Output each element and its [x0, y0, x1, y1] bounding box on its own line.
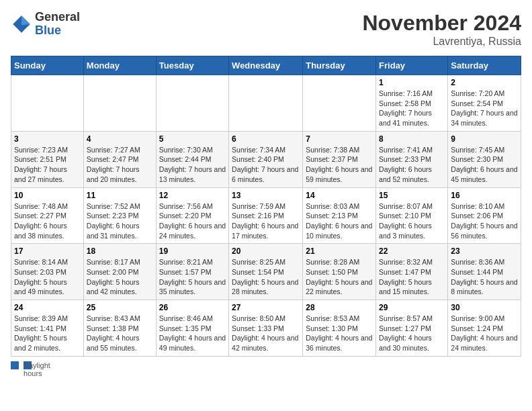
calendar-cell: 4Sunrise: 7:27 AMSunset: 2:47 PMDaylight… — [83, 131, 156, 187]
calendar-cell: 24Sunrise: 8:39 AMSunset: 1:41 PMDayligh… — [11, 300, 84, 357]
calendar-cell: 21Sunrise: 8:28 AMSunset: 1:50 PMDayligh… — [303, 244, 376, 300]
day-number: 9 — [451, 134, 518, 144]
calendar-week-1: 1Sunrise: 7:16 AMSunset: 2:58 PMDaylight… — [11, 75, 521, 132]
day-info: Sunrise: 8:25 AMSunset: 1:54 PMDaylight:… — [232, 257, 300, 297]
logo-general: General — [35, 11, 80, 24]
day-info: Sunrise: 7:45 AMSunset: 2:30 PMDaylight:… — [451, 145, 518, 185]
day-info: Sunrise: 7:34 AMSunset: 2:40 PMDaylight:… — [232, 145, 300, 185]
calendar-cell: 26Sunrise: 8:46 AMSunset: 1:35 PMDayligh… — [156, 300, 228, 357]
day-info: Sunrise: 7:16 AMSunset: 2:58 PMDaylight:… — [379, 89, 445, 128]
calendar-cell: 8Sunrise: 7:41 AMSunset: 2:33 PMDaylight… — [376, 131, 448, 187]
day-info: Sunrise: 8:39 AMSunset: 1:41 PMDaylight:… — [14, 314, 81, 353]
day-number: 4 — [87, 134, 153, 144]
day-number: 7 — [306, 134, 373, 144]
day-number: 19 — [159, 246, 226, 256]
day-number: 25 — [87, 303, 153, 312]
day-info: Sunrise: 8:53 AMSunset: 1:30 PMDaylight:… — [306, 314, 373, 353]
calendar-cell: 15Sunrise: 8:07 AMSunset: 2:10 PMDayligh… — [376, 187, 448, 244]
calendar-cell: 23Sunrise: 8:36 AMSunset: 1:44 PMDayligh… — [448, 244, 521, 300]
calendar-cell — [229, 75, 303, 132]
day-number: 2 — [451, 78, 518, 87]
day-info: Sunrise: 7:59 AMSunset: 2:16 PMDaylight:… — [232, 201, 300, 241]
day-number: 5 — [159, 134, 226, 144]
calendar-header-row: SundayMondayTuesdayWednesdayThursdayFrid… — [11, 56, 521, 75]
day-info: Sunrise: 7:56 AMSunset: 2:20 PMDaylight:… — [159, 201, 226, 241]
header-day-friday: Friday — [376, 56, 448, 75]
day-info: Sunrise: 8:36 AMSunset: 1:44 PMDaylight:… — [451, 257, 518, 297]
calendar-cell: 6Sunrise: 7:34 AMSunset: 2:40 PMDaylight… — [229, 131, 303, 187]
calendar-cell: 3Sunrise: 7:23 AMSunset: 2:51 PMDaylight… — [11, 131, 84, 187]
day-number: 18 — [87, 246, 153, 256]
day-number: 3 — [14, 134, 81, 144]
calendar-cell: 1Sunrise: 7:16 AMSunset: 2:58 PMDaylight… — [376, 75, 448, 132]
calendar-cell: 20Sunrise: 8:25 AMSunset: 1:54 PMDayligh… — [229, 244, 303, 300]
logo-blue: Blue — [35, 24, 80, 38]
calendar-cell: 14Sunrise: 8:03 AMSunset: 2:13 PMDayligh… — [303, 187, 376, 244]
calendar-cell — [303, 75, 376, 132]
calendar-cell: 11Sunrise: 7:52 AMSunset: 2:23 PMDayligh… — [83, 187, 156, 244]
calendar-week-5: 24Sunrise: 8:39 AMSunset: 1:41 PMDayligh… — [11, 300, 521, 357]
calendar-cell: 2Sunrise: 7:20 AMSunset: 2:54 PMDaylight… — [448, 75, 521, 132]
logo: General Blue — [11, 11, 80, 38]
calendar-cell: 9Sunrise: 7:45 AMSunset: 2:30 PMDaylight… — [448, 131, 521, 187]
day-info: Sunrise: 7:52 AMSunset: 2:23 PMDaylight:… — [87, 201, 153, 241]
day-number: 23 — [451, 246, 518, 256]
calendar-cell: 28Sunrise: 8:53 AMSunset: 1:30 PMDayligh… — [303, 300, 376, 357]
day-info: Sunrise: 8:57 AMSunset: 1:27 PMDaylight:… — [379, 314, 445, 353]
day-info: Sunrise: 8:46 AMSunset: 1:35 PMDaylight:… — [159, 314, 226, 353]
calendar-cell: 17Sunrise: 8:14 AMSunset: 2:03 PMDayligh… — [11, 244, 84, 300]
header-day-tuesday: Tuesday — [156, 56, 228, 75]
calendar-cell: 13Sunrise: 7:59 AMSunset: 2:16 PMDayligh… — [229, 187, 303, 244]
calendar-cell: 5Sunrise: 7:30 AMSunset: 2:44 PMDaylight… — [156, 131, 228, 187]
calendar-week-4: 17Sunrise: 8:14 AMSunset: 2:03 PMDayligh… — [11, 244, 521, 300]
daylight-swatch — [11, 361, 19, 369]
day-number: 29 — [379, 303, 445, 312]
location-title: Lavrentiya, Russia — [362, 36, 521, 48]
calendar-week-3: 10Sunrise: 7:48 AMSunset: 2:27 PMDayligh… — [11, 187, 521, 244]
day-info: Sunrise: 7:23 AMSunset: 2:51 PMDaylight:… — [14, 145, 81, 185]
calendar-cell: 25Sunrise: 8:43 AMSunset: 1:38 PMDayligh… — [83, 300, 156, 357]
header-day-saturday: Saturday — [448, 56, 521, 75]
day-info: Sunrise: 8:28 AMSunset: 1:50 PMDaylight:… — [306, 257, 373, 297]
day-number: 26 — [159, 303, 226, 312]
day-number: 30 — [451, 303, 518, 312]
day-info: Sunrise: 8:21 AMSunset: 1:57 PMDaylight:… — [159, 257, 226, 297]
day-info: Sunrise: 7:48 AMSunset: 2:27 PMDaylight:… — [14, 201, 81, 241]
day-number: 21 — [306, 246, 373, 256]
calendar-cell: 30Sunrise: 9:00 AMSunset: 1:24 PMDayligh… — [448, 300, 521, 357]
day-info: Sunrise: 7:30 AMSunset: 2:44 PMDaylight:… — [159, 145, 226, 185]
day-number: 12 — [159, 191, 226, 200]
calendar-cell: 22Sunrise: 8:32 AMSunset: 1:47 PMDayligh… — [376, 244, 448, 300]
day-number: 13 — [232, 191, 300, 200]
calendar-cell — [11, 75, 84, 132]
day-number: 1 — [379, 78, 445, 87]
footer-label: Daylight hours — [24, 361, 32, 369]
day-number: 6 — [232, 134, 300, 144]
day-info: Sunrise: 8:50 AMSunset: 1:33 PMDaylight:… — [232, 314, 300, 353]
calendar-cell: 7Sunrise: 7:38 AMSunset: 2:37 PMDaylight… — [303, 131, 376, 187]
day-number: 24 — [14, 303, 81, 312]
day-number: 28 — [306, 303, 373, 312]
calendar-cell — [156, 75, 228, 132]
calendar-cell — [83, 75, 156, 132]
title-area: November 2024 Lavrentiya, Russia — [362, 11, 521, 48]
header-day-thursday: Thursday — [303, 56, 376, 75]
day-info: Sunrise: 8:43 AMSunset: 1:38 PMDaylight:… — [87, 314, 153, 353]
day-number: 14 — [306, 191, 373, 200]
footer-note: Daylight hours — [11, 361, 521, 369]
calendar-cell: 10Sunrise: 7:48 AMSunset: 2:27 PMDayligh… — [11, 187, 84, 244]
header-day-monday: Monday — [83, 56, 156, 75]
day-number: 11 — [87, 191, 153, 200]
calendar-week-2: 3Sunrise: 7:23 AMSunset: 2:51 PMDaylight… — [11, 131, 521, 187]
logo-icon — [11, 13, 32, 35]
day-number: 8 — [379, 134, 445, 144]
day-number: 10 — [14, 191, 81, 200]
day-info: Sunrise: 8:10 AMSunset: 2:06 PMDaylight:… — [451, 201, 518, 241]
calendar-cell: 12Sunrise: 7:56 AMSunset: 2:20 PMDayligh… — [156, 187, 228, 244]
day-number: 17 — [14, 246, 81, 256]
calendar-cell: 27Sunrise: 8:50 AMSunset: 1:33 PMDayligh… — [229, 300, 303, 357]
day-info: Sunrise: 8:03 AMSunset: 2:13 PMDaylight:… — [306, 201, 373, 241]
day-info: Sunrise: 8:17 AMSunset: 2:00 PMDaylight:… — [87, 257, 153, 297]
calendar-cell: 19Sunrise: 8:21 AMSunset: 1:57 PMDayligh… — [156, 244, 228, 300]
header-day-sunday: Sunday — [11, 56, 84, 75]
